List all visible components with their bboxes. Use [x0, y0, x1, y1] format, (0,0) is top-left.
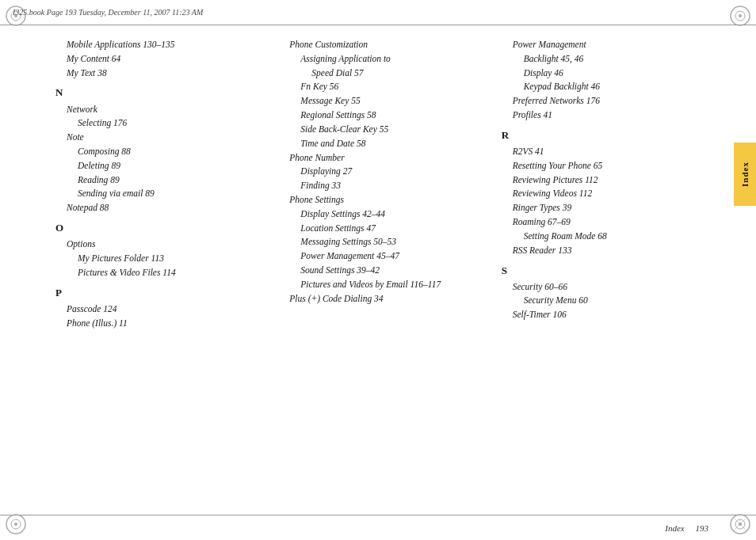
list-item: Location Settings 47 [278, 222, 485, 236]
list-item: Displaying 27 [278, 165, 485, 179]
list-item: Pictures & Video Files 114 [55, 266, 262, 280]
list-item: Time and Date 58 [278, 137, 485, 151]
list-item: P [55, 285, 262, 301]
list-item: Display Settings 42–44 [278, 207, 485, 222]
index-tab-label: Index [740, 162, 750, 187]
list-item: My Content 64 [55, 52, 262, 67]
list-item: Phone (Illus.) 11 [55, 317, 262, 331]
list-item: Network [55, 103, 262, 117]
list-item: Power Management [502, 38, 708, 52]
list-item: Phone Number [278, 151, 485, 165]
list-item: RSS Reader 133 [502, 244, 708, 258]
list-item: Reading 89 [55, 173, 262, 188]
list-item: Display 46 [502, 67, 708, 81]
list-item: Keypad Backlight 46 [502, 80, 708, 94]
list-item: Finding 33 [278, 179, 485, 193]
list-item: Passcode 124 [55, 302, 262, 317]
content-area: Mobile Applications 130–135My Content 64… [48, 32, 716, 508]
list-item: Reviewing Pictures 112 [502, 173, 708, 188]
list-item: Notepad 88 [55, 201, 262, 215]
list-item: Composing 88 [55, 145, 262, 159]
list-item: Sound Settings 39–42 [278, 264, 485, 278]
list-item: Security Menu 60 [502, 294, 708, 308]
header-bar: I325.book Page 193 Tuesday, December 11,… [0, 0, 756, 25]
list-item: Sending via email 89 [55, 187, 262, 201]
list-item: Plus (+) Code Dialing 34 [278, 292, 485, 306]
list-item: O [55, 220, 262, 236]
list-item: Phone Customization [278, 38, 485, 52]
list-item: Messaging Settings 50–53 [278, 235, 485, 249]
list-item: My Pictures Folder 113 [55, 252, 262, 266]
list-item: Deleting 89 [55, 159, 262, 173]
list-item: Assigning Application to [278, 52, 485, 67]
list-item: R [502, 127, 708, 143]
index-tab: Index [734, 143, 756, 206]
list-item: Speed Dial 57 [278, 67, 485, 81]
list-item: Mobile Applications 130–135 [55, 38, 262, 52]
footer: Index 193 [0, 515, 756, 540]
index-col-3: Power ManagementBacklight 45, 46Display … [494, 32, 716, 508]
footer-label: Index 193 [665, 523, 708, 533]
header-text: I325.book Page 193 Tuesday, December 11,… [13, 8, 203, 17]
list-item: Message Key 55 [278, 94, 485, 108]
list-item: Pictures and Videos by Email 116–117 [289, 278, 485, 292]
list-item: Security 60–66 [502, 280, 708, 295]
list-item: Phone Settings [278, 193, 485, 207]
list-item: Resetting Your Phone 65 [502, 159, 708, 173]
list-item: S [502, 263, 708, 279]
list-item: Preferred Networks 176 [502, 94, 708, 108]
list-item: Profiles 41 [502, 108, 708, 123]
list-item: N [55, 85, 262, 101]
list-item: Regional Settings 58 [278, 108, 485, 123]
list-item: Side Back-Clear Key 55 [278, 123, 485, 137]
list-item: Note [55, 131, 262, 145]
list-item: Setting Roam Mode 68 [502, 230, 708, 244]
index-col-1: Mobile Applications 130–135My Content 64… [48, 32, 270, 508]
list-item: Fn Key 56 [278, 80, 485, 94]
list-item: Roaming 67–69 [502, 215, 708, 230]
list-item: Power Management 45–47 [278, 249, 485, 264]
list-item: Reviewing Videos 112 [502, 187, 708, 201]
list-item: Ringer Types 39 [502, 201, 708, 215]
list-item: Backlight 45, 46 [502, 52, 708, 67]
list-item: R2VS 41 [502, 145, 708, 159]
list-item: Selecting 176 [55, 116, 262, 131]
list-item: Self-Timer 106 [502, 308, 708, 322]
list-item: Options [55, 238, 262, 252]
index-col-2: Phone CustomizationAssigning Application… [270, 32, 493, 508]
list-item: My Text 38 [55, 67, 262, 81]
